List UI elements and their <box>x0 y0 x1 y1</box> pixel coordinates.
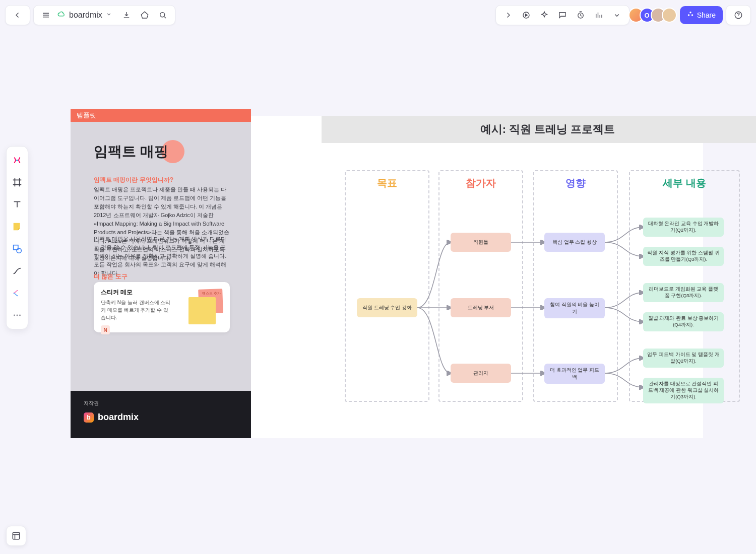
actor-node[interactable]: 직원들 <box>451 233 511 252</box>
template-heading: 임팩트 매핑 <box>94 142 168 161</box>
deliverable-node[interactable]: 업무 피드백 가이드 및 템플릿 개발(Q2까지). <box>643 349 724 368</box>
sparkle-button[interactable] <box>535 6 553 24</box>
deliverable-node[interactable]: 관리자를 대상으로 건설적인 피드백 제공에 관한 워크샵 실시하기(Q3까지)… <box>643 378 724 403</box>
present-button[interactable] <box>517 6 535 24</box>
menu-button[interactable] <box>37 6 55 24</box>
tag-button[interactable] <box>136 6 154 24</box>
comment-button[interactable] <box>553 6 572 24</box>
sticky-note-hint: 텍스트 추가 <box>202 291 221 296</box>
help-button[interactable] <box>729 6 747 24</box>
sticky-note-icon <box>188 297 216 324</box>
expand-button[interactable] <box>499 6 517 24</box>
svg-rect-9 <box>13 532 19 539</box>
template-info-panel: 템플릿 임팩트 매핑 임팩트 매핑이란 무엇입니까? 임팩트 매핑은 프로젝트나… <box>71 116 251 438</box>
ai-tool[interactable] <box>8 150 26 171</box>
intro-paragraph-2: 임팩트 매핑을 사용하면 다른 기능 계획 방식과 다르다는 것을 알 수 있습… <box>94 235 230 278</box>
svg-point-8 <box>19 315 21 316</box>
sticky-note-tool[interactable] <box>8 216 26 237</box>
template-tab: 템플릿 <box>71 109 251 122</box>
svg-point-7 <box>17 315 18 316</box>
more-top-button[interactable] <box>608 6 626 24</box>
actor-node[interactable]: 트레닝 부서 <box>451 298 511 317</box>
text-tool[interactable] <box>8 194 26 215</box>
templates-button[interactable] <box>6 526 26 546</box>
more-tools[interactable] <box>8 305 26 326</box>
connector-tool[interactable] <box>8 260 26 282</box>
deliverable-node[interactable]: 월별 과제와 완료 보상 홍보하기(Q4까지). <box>643 312 724 331</box>
svg-point-6 <box>14 315 15 316</box>
column-goal: 목표 <box>345 170 429 402</box>
back-button[interactable] <box>9 6 27 24</box>
timer-button[interactable] <box>572 6 590 24</box>
impact-node[interactable]: 더 효과적인 업무 피드백 <box>544 364 605 384</box>
share-button[interactable]: Share <box>680 6 723 24</box>
board-canvas[interactable]: 템플릿 임팩트 매핑 임팩트 매핑이란 무엇입니까? 임팩트 매핑은 프로젝트나… <box>71 116 703 438</box>
search-button[interactable] <box>154 6 172 24</box>
logo-mark: b <box>84 412 94 423</box>
shape-tool[interactable] <box>8 238 26 259</box>
tool-panel <box>6 146 28 329</box>
poll-button[interactable] <box>590 6 608 24</box>
impact-map-diagram: 목표 참가자 영향 세부 내용 직원 트레닝 수업 강화 직원들 트레닝 부서 … <box>323 170 756 412</box>
goal-node[interactable]: 직원 트레닝 수업 강화 <box>357 298 417 317</box>
svg-point-0 <box>160 13 165 17</box>
template-footer: 저작권 b boardmix <box>71 391 251 438</box>
chevron-down-icon <box>105 11 112 20</box>
question-heading: 임팩트 매핑이란 무엇입니까? <box>94 175 230 185</box>
avatar <box>662 8 677 23</box>
tip-desc: 단축키 N을 눌러 캔버스에 스티커 메모를 빠르게 추가할 수 있습니다. <box>101 299 171 321</box>
mindmap-tool[interactable] <box>8 283 26 304</box>
shortcut-key: N <box>101 325 110 334</box>
cloud-sync-icon <box>57 10 66 21</box>
sticky-note-tip-card: 스티커 메모 단축키 N을 눌러 캔버스에 스티커 메모를 빠르게 추가할 수 … <box>94 282 230 332</box>
example-title: 예시: 직원 트레닝 프로젝트 <box>322 116 756 143</box>
collaborator-avatars[interactable]: O <box>633 8 677 23</box>
deliverable-node[interactable]: 리더보드로 게임화된 교육 플랫폼 구현(Q3까지). <box>643 283 724 302</box>
deliverable-node[interactable]: 직원 지식 평가를 위한 스탬펄 퀴즈를 만들기(Q3까지). <box>643 247 724 266</box>
download-button[interactable] <box>117 6 136 24</box>
impact-node[interactable]: 참여 직원의 비율 높이기 <box>544 298 605 318</box>
brand-logo: b boardmix <box>84 412 238 423</box>
actor-node[interactable]: 관리자 <box>451 364 511 383</box>
svg-point-5 <box>17 248 21 253</box>
more-tools-heading: 더 많은 도구 <box>94 272 230 282</box>
deliverable-node[interactable]: 대화형 온라인 교육 수업 개발하기(Q2까지). <box>643 218 724 237</box>
frame-tool[interactable] <box>8 172 26 193</box>
copyright-label: 저작권 <box>84 400 238 407</box>
board-title[interactable]: boardmix <box>55 10 117 21</box>
board-title-text: boardmix <box>69 11 102 20</box>
impact-node[interactable]: 핵심 업무 스킬 향상 <box>544 233 605 252</box>
